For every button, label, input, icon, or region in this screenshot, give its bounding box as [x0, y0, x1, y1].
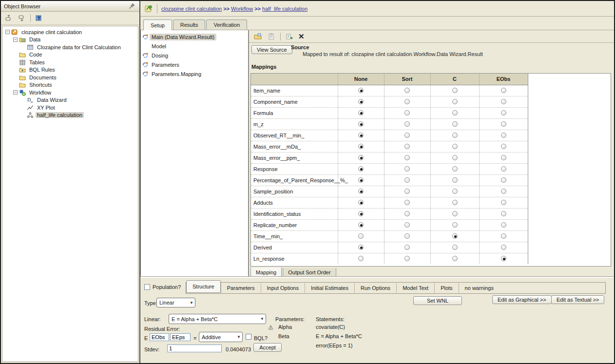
radio-c-observed-rt-min[interactable]	[452, 133, 458, 138]
tree-item-documents[interactable]: Documents	[2, 74, 138, 81]
setup-item-dosing[interactable]: Dosing	[142, 51, 247, 60]
set-wnl-button[interactable]: Set WNL	[413, 296, 462, 305]
open-source-icon[interactable]	[253, 32, 263, 41]
delete-mapping-icon[interactable]: ✕	[298, 32, 305, 41]
error-type-combo[interactable]: Additive ▼	[199, 332, 243, 342]
setup-item-parameters-mapping[interactable]: Parameters.Mapping	[142, 69, 247, 78]
radio-sort-formula[interactable]	[404, 110, 410, 115]
type-combo[interactable]: Linear ▼	[156, 298, 195, 307]
breadcrumb-link-workflow[interactable]: Workflow	[231, 6, 253, 12]
radio-eobs-adducts[interactable]	[501, 200, 506, 205]
radio-sort-ln-response[interactable]	[404, 256, 410, 261]
radio-eobs-percentage-of-parent-response[interactable]	[501, 177, 506, 183]
tree-item-data-wizard[interactable]: DwData Wizard	[2, 96, 138, 104]
tab-results[interactable]: Results	[173, 19, 206, 30]
filter-objects-icon[interactable]	[34, 14, 44, 22]
tree-item-clozapine-data-for-clint-calculation[interactable]: Clozapine data for Clint Calculation	[2, 43, 138, 51]
radio-sort-sample-position[interactable]	[404, 189, 410, 194]
expander-icon[interactable]: −	[5, 30, 10, 34]
radio-sort-component-name[interactable]	[404, 99, 410, 104]
radio-c-replicate-number[interactable]	[452, 222, 458, 228]
radio-none-sample-position[interactable]	[358, 189, 364, 194]
radio-c-time-min[interactable]	[452, 233, 458, 239]
edit-as-textual-button[interactable]: Edit as Textual >>	[551, 295, 604, 304]
stdev-input[interactable]	[167, 345, 222, 352]
tree-item-code[interactable]: Code	[2, 51, 138, 59]
tab-plots[interactable]: Plots	[434, 283, 458, 293]
radio-eobs-sample-position[interactable]	[501, 189, 506, 194]
radio-sort-response[interactable]	[404, 166, 410, 172]
tree-item-clozapine-clint-calculation[interactable]: −clozapine clint calculation	[2, 28, 138, 36]
paste-icon[interactable]	[267, 32, 276, 41]
breadcrumb-link-half-life-calculation[interactable]: half_life calculation	[262, 6, 308, 12]
tab-mapping[interactable]: Mapping	[250, 268, 282, 277]
radio-sort-m-z[interactable]	[404, 121, 410, 127]
radio-c-m-z[interactable]	[452, 121, 458, 127]
bql-checkbox[interactable]	[246, 334, 251, 340]
tree-item-shortcuts[interactable]: Shortcuts	[2, 81, 138, 89]
tree-item-tables[interactable]: Tables	[2, 58, 138, 66]
export-source-icon[interactable]	[285, 32, 294, 41]
view-source-button[interactable]: View Source	[251, 45, 292, 54]
radio-sort-time-min[interactable]	[404, 233, 410, 239]
radio-none-formula[interactable]	[358, 110, 364, 115]
radio-eobs-identification-status[interactable]	[501, 211, 506, 216]
radio-eobs-observed-rt-min[interactable]	[501, 133, 506, 138]
tab-setup[interactable]: Setup	[143, 19, 172, 30]
tab-parameters[interactable]: Parameters	[221, 283, 261, 293]
tree-item-workflow[interactable]: −Workflow	[2, 89, 138, 96]
radio-sort-mass-error-mda[interactable]	[404, 144, 410, 149]
radio-none-ln-response[interactable]	[358, 256, 364, 261]
radio-c-derived[interactable]	[452, 245, 458, 250]
radio-sort-observed-rt-min[interactable]	[404, 133, 410, 138]
pin-icon[interactable]	[127, 2, 136, 11]
radio-c-sample-position[interactable]	[452, 189, 458, 194]
radio-sort-derived[interactable]	[404, 245, 410, 250]
radio-eobs-mass-error-ppm[interactable]	[501, 155, 506, 160]
radio-eobs-m-z[interactable]	[501, 121, 506, 127]
expander-icon[interactable]: −	[13, 90, 18, 95]
accept-button[interactable]: Accept	[253, 343, 282, 352]
population-checkbox[interactable]	[144, 284, 150, 290]
radio-none-mass-error-mda[interactable]	[358, 144, 364, 149]
linear-equation-combo[interactable]: E = Alpha + Beta*C ▼	[169, 314, 266, 324]
radio-eobs-formula[interactable]	[501, 110, 506, 115]
radio-eobs-derived[interactable]	[501, 245, 506, 250]
eeps-input[interactable]	[170, 333, 191, 341]
radio-c-adducts[interactable]	[452, 200, 458, 205]
radio-none-response[interactable]	[358, 166, 364, 172]
tab-run-options[interactable]: Run Options	[354, 283, 396, 293]
radio-eobs-time-min[interactable]	[501, 233, 506, 239]
radio-none-observed-rt-min[interactable]	[358, 133, 364, 138]
setup-item-model[interactable]: Model	[142, 41, 247, 51]
radio-none-mass-error-ppm[interactable]	[358, 155, 364, 160]
tree-item-bql-rules[interactable]: BQL Rules	[2, 66, 138, 74]
tree-item-half-life-calculation[interactable]: half_life calculation	[2, 112, 138, 119]
radio-c-identification-status[interactable]	[452, 211, 458, 216]
radio-c-formula[interactable]	[452, 110, 458, 115]
setup-item-main-data-wizard-result[interactable]: Main (Data Wizard.Result)	[142, 32, 247, 41]
radio-none-replicate-number[interactable]	[358, 222, 364, 228]
scroll-up-icon[interactable]: ▲	[269, 324, 272, 327]
setup-item-parameters[interactable]: Parameters	[142, 60, 247, 69]
radio-sort-item-name[interactable]	[404, 88, 410, 93]
import-object-icon[interactable]	[17, 14, 27, 22]
breadcrumb-link-clozapine-clint-calculation[interactable]: clozapine clint calculation	[161, 6, 222, 12]
eobs-input[interactable]	[150, 333, 169, 341]
radio-none-item-name[interactable]	[358, 88, 364, 93]
tab-verification[interactable]: Verification	[206, 19, 247, 30]
radio-none-adducts[interactable]	[358, 200, 364, 205]
tab-initial-estimates[interactable]: Initial Estimates	[305, 283, 354, 293]
radio-eobs-mass-error-mda[interactable]	[501, 144, 506, 149]
radio-none-derived[interactable]	[358, 245, 364, 250]
radio-sort-adducts[interactable]	[404, 200, 410, 205]
tree-item-data[interactable]: −Data	[2, 36, 138, 44]
radio-c-component-name[interactable]	[452, 99, 458, 104]
radio-sort-identification-status[interactable]	[404, 211, 410, 216]
radio-c-item-name[interactable]	[452, 88, 458, 93]
radio-eobs-component-name[interactable]	[501, 99, 506, 104]
radio-none-component-name[interactable]	[358, 99, 364, 104]
scroll-thumb[interactable]	[269, 327, 273, 330]
radio-c-mass-error-ppm[interactable]	[452, 155, 458, 160]
radio-eobs-item-name[interactable]	[501, 88, 506, 93]
